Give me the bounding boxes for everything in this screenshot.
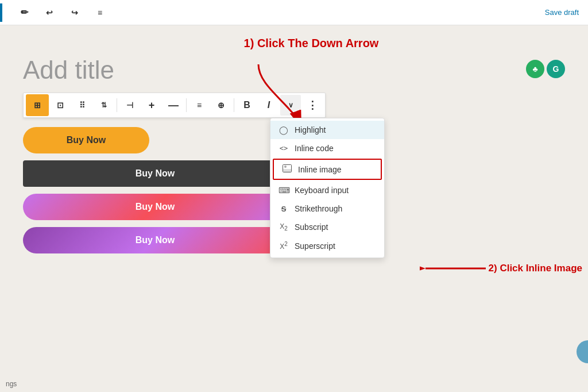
- toolbar-sep-3: [234, 98, 234, 112]
- top-bar: ✏ ↩ ↪ ≡ Save draft: [0, 0, 588, 25]
- dropdown-item-strikethrough[interactable]: S Strikethrough: [270, 199, 384, 218]
- dropdown-item-inline-code[interactable]: <> Inline code: [270, 139, 384, 157]
- toolbar-sep-2: [186, 98, 187, 112]
- list-view-button[interactable]: ≡: [90, 2, 110, 23]
- buttons-preview-area: Buy Now Buy Now Buy Now Buy Now: [23, 127, 287, 253]
- dropdown-item-keyboard-input[interactable]: ⌨ Keyboard input: [270, 181, 384, 199]
- buy-now-button-gradient-purple[interactable]: Buy Now: [23, 227, 287, 253]
- dropdown-item-inline-image[interactable]: Inline image: [273, 159, 382, 180]
- svg-point-2: [284, 166, 287, 168]
- block-icon-button[interactable]: ⊞: [27, 95, 48, 116]
- block-toolbar: ⊞ ⊡ ⠿ ⇅ ⊣ + — ≡ ⊕ B I ∨ ⋮: [23, 93, 326, 118]
- superscript-icon: X2: [278, 241, 289, 251]
- move-arrows-button[interactable]: ⇅: [94, 95, 114, 116]
- strikethrough-icon: S: [278, 205, 289, 213]
- add-block-button[interactable]: +: [141, 95, 162, 116]
- undo-button[interactable]: ↩: [39, 2, 60, 23]
- keyboard-input-icon: ⌨: [278, 186, 289, 195]
- inline-code-icon: <>: [278, 144, 289, 152]
- subscript-icon: X2: [278, 222, 289, 232]
- drag-button[interactable]: ⠿: [72, 95, 92, 116]
- block-type-group: ⊞: [26, 94, 49, 116]
- italic-button[interactable]: I: [258, 95, 279, 116]
- link-button[interactable]: ⊕: [211, 95, 231, 116]
- step2-arrow: [420, 260, 489, 277]
- buy-now-button-gradient-pink[interactable]: Buy Now: [23, 194, 287, 220]
- text-format-dropdown: ◯ Highlight <> Inline code Inline image: [270, 118, 385, 258]
- more-options-button[interactable]: ⋮: [302, 95, 323, 116]
- bottom-status-bar: ngs: [0, 376, 588, 392]
- step2-label: 2) Click Inline Image: [489, 263, 582, 274]
- keyboard-input-label: Keyboard input: [295, 186, 349, 195]
- dropdown-item-superscript[interactable]: X2 Superscript: [270, 236, 384, 255]
- plugin-icon-1[interactable]: ♣: [526, 60, 544, 78]
- plugin-icon-2[interactable]: G: [547, 60, 565, 78]
- highlight-icon: ◯: [278, 125, 289, 134]
- buy-now-button-yellow[interactable]: Buy Now: [23, 127, 149, 153]
- subscript-label: Subscript: [295, 222, 328, 232]
- dropdown-item-highlight[interactable]: ◯ Highlight: [270, 121, 384, 139]
- inline-image-label: Inline image: [298, 165, 342, 174]
- step1-instruction: 1) Click The Down Arrow: [57, 37, 565, 50]
- save-draft-button[interactable]: Save draft: [545, 8, 579, 17]
- step2-annotation: 2) Click Inline Image: [420, 260, 582, 277]
- inline-image-icon: [282, 164, 292, 174]
- inline-code-label: Inline code: [295, 144, 334, 153]
- hr-button[interactable]: —: [163, 95, 184, 116]
- main-content: 1) Click The Down Arrow Add title ♣ G ⊞ …: [0, 25, 588, 265]
- page-title-placeholder[interactable]: Add title: [23, 56, 565, 84]
- bold-button[interactable]: B: [237, 95, 257, 116]
- superscript-label: Superscript: [295, 241, 335, 251]
- edit-icon-btn[interactable]: ✏: [14, 2, 34, 23]
- toolbar-container: ⊞ ⊡ ⠿ ⇅ ⊣ + — ≡ ⊕ B I ∨ ⋮ ◯ Highlight: [23, 93, 565, 118]
- plugin-icons-area: ♣ G: [526, 60, 565, 78]
- text-align-button[interactable]: ≡: [189, 95, 210, 116]
- align-left-button[interactable]: ⊣: [119, 95, 140, 116]
- redo-button[interactable]: ↪: [64, 2, 85, 23]
- highlight-label: Highlight: [295, 125, 326, 134]
- top-bar-left-actions: ✏ ↩ ↪ ≡: [14, 2, 110, 23]
- dropdown-item-subscript[interactable]: X2 Subscript: [270, 218, 384, 236]
- strikethrough-label: Strikethrough: [295, 204, 342, 213]
- bottom-status-text: ngs: [6, 380, 17, 388]
- buy-now-button-dark[interactable]: Buy Now: [23, 160, 287, 187]
- brand-accent-bar: [0, 3, 2, 22]
- transform-button[interactable]: ⊡: [50, 95, 71, 116]
- sidebar-handle[interactable]: [577, 340, 588, 363]
- toolbar-sep-1: [117, 98, 117, 112]
- chevron-down-button[interactable]: ∨: [280, 95, 301, 116]
- svg-rect-1: [283, 169, 291, 172]
